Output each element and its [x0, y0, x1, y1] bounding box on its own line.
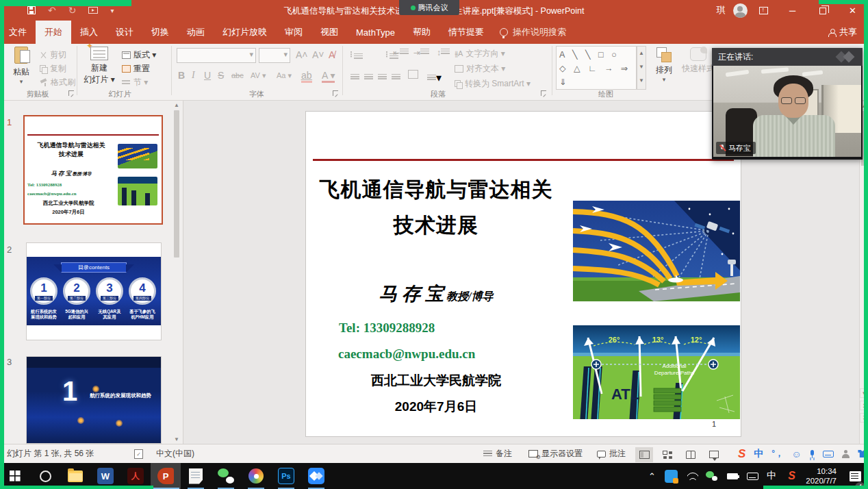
taskbar-photoshop[interactable]: Ps — [271, 463, 301, 489]
bullets-button[interactable] — [350, 51, 363, 62]
slide-author[interactable]: 马 存 宝 教授/博导 — [313, 281, 559, 306]
decrease-indent-button[interactable]: ⇤ — [393, 48, 409, 58]
align-left-button[interactable] — [350, 71, 359, 84]
tab-home[interactable]: 开始 — [36, 21, 71, 44]
text-direction-button[interactable]: ⫵A文字方向 ▾ — [455, 48, 505, 60]
slide-organization[interactable]: 西北工业大学民航学院 — [313, 372, 559, 390]
tray-sogou[interactable]: S — [788, 463, 795, 489]
clipboard-dialog-launcher[interactable] — [68, 90, 74, 96]
italic-button[interactable]: I — [192, 70, 195, 81]
minimize-button[interactable]: ─ — [777, 0, 808, 21]
tab-review[interactable]: 审阅 — [276, 21, 311, 44]
paragraph-dialog-launcher[interactable] — [541, 90, 546, 96]
next-slide-button[interactable]: ↧ — [860, 413, 868, 423]
strikethrough-button[interactable]: S — [218, 70, 224, 81]
taskbar-powerpoint-active[interactable]: P — [151, 463, 181, 489]
cortana-button[interactable] — [30, 463, 60, 489]
align-right-button[interactable] — [378, 71, 387, 84]
underline-button[interactable]: U — [204, 70, 211, 81]
start-button[interactable] — [0, 463, 30, 489]
share-button[interactable]: 共享 — [817, 21, 868, 44]
text-highlight-button[interactable]: a̲b̲ — [301, 70, 312, 83]
thumb-scroll-thumb[interactable] — [174, 110, 179, 258]
sogou-logo-icon[interactable]: S — [738, 447, 745, 461]
tab-design[interactable]: 设计 — [107, 21, 142, 44]
ime-skin-icon[interactable] — [858, 450, 867, 457]
slide-thumbnail-1[interactable]: 飞机通信导航与雷达相关技术进展 马 存 宝 教授/博导 Tel: 1330928… — [23, 115, 163, 225]
action-center-button[interactable]: 4 — [850, 463, 861, 489]
shapes-gallery-scroll[interactable]: ▲ ▼ ▼ — [637, 46, 646, 90]
slide-email[interactable]: caecmacb@nwpu.edu.cn — [338, 347, 475, 362]
ime-account-icon[interactable] — [842, 450, 850, 458]
taskbar-tencent-meeting[interactable] — [301, 463, 331, 489]
clear-formatting-button[interactable]: A̸ — [329, 49, 335, 60]
video-overlay-header[interactable]: 正在讲话: — [712, 48, 863, 66]
shapes-row-1[interactable]: A ╲ ╲ □ ○ — [559, 48, 633, 62]
shapes-row-2[interactable]: ◇ △ ∟ → ⇒ ⇓ — [559, 62, 633, 89]
layout-button[interactable]: 版式 ▾ — [122, 49, 156, 61]
shapes-scroll-up-icon[interactable]: ▲ — [637, 47, 646, 60]
justify-button[interactable] — [392, 71, 400, 84]
slide-tel[interactable]: Tel: 13309288928 — [339, 321, 435, 336]
format-painter-button[interactable]: 格式刷 — [40, 77, 75, 88]
slide-thumbnail-2[interactable]: 目录contents 1第一部分 2第二部分 3第三部分 4第四部分 航行系统的… — [26, 242, 162, 340]
abc-strike-icon[interactable]: abc — [231, 71, 244, 79]
shrink-font-button[interactable]: A˅ — [312, 49, 324, 60]
reset-button[interactable]: 重置 — [122, 63, 150, 75]
shapes-gallery-more-icon[interactable]: ▼ — [637, 74, 646, 88]
tray-expand-button[interactable]: ⌃ — [648, 463, 656, 489]
slide-canvas[interactable]: 飞机通信导航与雷达相关技术进展 马 存 宝 教授/博导 Tel: 1330928… — [306, 112, 741, 436]
tab-file[interactable]: 文件 — [0, 21, 36, 44]
taskbar-acrobat[interactable]: 人 — [120, 463, 151, 489]
cut-button[interactable]: 剪切 — [40, 49, 66, 61]
shapes-scroll-down-icon[interactable]: ▼ — [637, 60, 646, 74]
ime-punctuation-icon[interactable]: °， — [771, 448, 783, 460]
increase-indent-button[interactable]: ⇥ — [413, 48, 429, 58]
ime-emoji-icon[interactable]: ☺ — [791, 449, 801, 460]
change-case-button[interactable]: Aa ▾ — [277, 71, 292, 80]
close-button[interactable]: ✕ — [837, 0, 868, 21]
tray-ime-mode[interactable]: 中 — [767, 463, 776, 489]
slide-thumbnail-3[interactable]: 1 航行系统的发展现状和趋势 — [26, 356, 162, 444]
language-status[interactable]: 中文(中国) — [156, 444, 194, 463]
ime-voice-icon[interactable] — [809, 450, 815, 458]
tab-transitions[interactable]: 切换 — [142, 21, 178, 44]
tray-network[interactable] — [687, 463, 698, 489]
thumbnail-panel-scrollbar[interactable]: ▲ ▼ — [173, 101, 181, 444]
taskbar-file-explorer[interactable] — [60, 463, 90, 489]
font-name-combobox[interactable] — [177, 48, 256, 63]
spellcheck-button[interactable]: ✓ — [134, 444, 143, 463]
normal-view-button[interactable] — [635, 447, 653, 462]
slide-sorter-view-button[interactable] — [659, 447, 676, 462]
tab-view[interactable]: 视图 — [311, 21, 347, 44]
tab-slideshow[interactable]: 幻灯片放映 — [214, 21, 276, 44]
ime-chinese-mode-icon[interactable]: 中 — [754, 448, 763, 460]
columns-button[interactable] — [408, 70, 418, 79]
comments-toggle[interactable]: 批注 — [597, 444, 626, 463]
tab-animations[interactable]: 动画 — [178, 21, 214, 44]
font-color-button[interactable]: A ▾ — [322, 70, 335, 83]
taskbar-paint-tool[interactable] — [241, 463, 271, 489]
section-button[interactable]: 节 ▾ — [122, 77, 148, 88]
font-dialog-launcher[interactable] — [333, 90, 338, 96]
paste-button[interactable]: 粘贴 ▾ — [5, 47, 37, 85]
ime-softkeyboard-icon[interactable] — [823, 451, 834, 457]
bold-button[interactable]: B — [178, 70, 185, 81]
tray-battery[interactable] — [727, 463, 738, 489]
slide-image-atl-airport[interactable]: 26° 13° 12° Additional Departure Paths A… — [573, 325, 740, 419]
tray-qq-browser[interactable] — [665, 463, 678, 489]
tab-insert[interactable]: 插入 — [71, 21, 107, 44]
display-settings-button[interactable]: 显示器设置 — [528, 444, 583, 463]
tell-me-search[interactable]: 操作说明搜索 — [493, 21, 573, 44]
shapes-gallery[interactable]: A ╲ ╲ □ ○ ◇ △ ∟ → ⇒ ⇓ ⌐ ↷ ~ ≈ { } — [556, 46, 637, 90]
align-more-button[interactable]: ▾ — [427, 71, 442, 84]
tencent-meeting-floating-bar[interactable]: 腾讯会议 — [399, 0, 459, 15]
taskbar-clock[interactable]: 10:34 2020/7/7 — [806, 463, 837, 489]
thumb-scroll-up-icon[interactable]: ▲ — [173, 101, 181, 110]
character-spacing-button[interactable]: AV ▾ — [251, 71, 266, 80]
previous-slide-button[interactable]: ↥ — [860, 401, 868, 410]
tray-wechat[interactable] — [706, 463, 717, 489]
scroll-down-icon[interactable]: ▼ — [860, 388, 868, 398]
slideshow-view-button[interactable] — [705, 447, 723, 462]
align-center-button[interactable] — [364, 71, 373, 84]
